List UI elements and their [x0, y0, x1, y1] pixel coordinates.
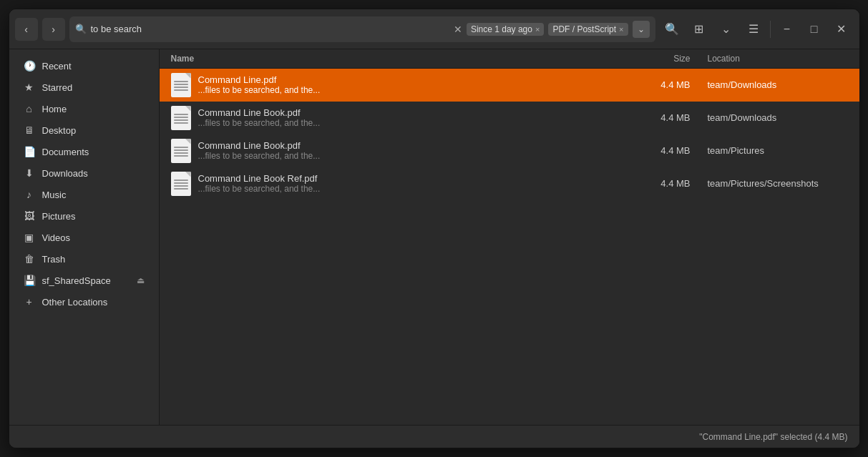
file-name-cell: Command Line Book.pdf...files to be sear…: [171, 139, 633, 163]
sidebar-item-home[interactable]: ⌂Home: [12, 98, 156, 119]
sidebar-label-sf-shared: sf_SharedSpace: [42, 275, 111, 286]
documents-icon: 📄: [24, 146, 35, 157]
desktop-icon: 🖥: [24, 124, 35, 136]
file-size-value: 4.4 MB: [633, 145, 691, 156]
sidebar-label-documents: Documents: [42, 147, 89, 157]
file-size-value: 4.4 MB: [633, 112, 691, 123]
column-size-header: Size: [633, 54, 691, 64]
file-name-cell: Command Line Book Ref.pdf...files to be …: [171, 172, 633, 196]
hamburger-icon: ☰: [748, 22, 759, 36]
file-size-value: 4.4 MB: [633, 178, 691, 189]
close-button[interactable]: ✕: [829, 17, 854, 41]
file-row[interactable]: Command Line Book.pdf...files to be sear…: [160, 134, 859, 167]
sidebar-item-music[interactable]: ♪Music: [12, 184, 156, 205]
downloads-icon: ⬇: [24, 167, 35, 179]
file-snippet-label: ...files to be searched, and the...: [198, 85, 321, 95]
toolbar-divider: [770, 21, 771, 38]
eject-icon[interactable]: ⏏: [137, 275, 145, 285]
sidebar-label-music: Music: [42, 190, 67, 200]
sidebar-label-starred: Starred: [42, 82, 73, 93]
sidebar-label-other: Other Locations: [42, 297, 108, 308]
file-location-value: team/Pictures/Screenshots: [691, 178, 848, 189]
sidebar-item-trash[interactable]: 🗑Trash: [12, 248, 156, 270]
file-size-value: 4.4 MB: [633, 79, 691, 90]
sidebar-item-pictures[interactable]: 🖼Pictures: [12, 205, 156, 227]
file-location-value: team/Downloads: [691, 112, 848, 123]
file-name-text: Command Line.pdf...files to be searched,…: [198, 74, 321, 95]
sidebar-item-other[interactable]: +Other Locations: [12, 291, 156, 313]
file-name-label: Command Line.pdf: [198, 74, 321, 85]
search-toggle-button[interactable]: 🔍: [660, 17, 684, 41]
file-row[interactable]: Command Line Book.pdf...files to be sear…: [160, 102, 859, 134]
file-snippet-label: ...files to be searched, and the...: [198, 118, 321, 128]
pdf-chip-close[interactable]: ×: [619, 25, 623, 34]
file-name-cell: Command Line Book.pdf...files to be sear…: [171, 106, 633, 130]
since-filter-chip: Since 1 day ago ×: [467, 23, 545, 36]
home-icon: ⌂: [24, 103, 35, 114]
sidebar-label-videos: Videos: [42, 232, 71, 243]
file-type-icon: [171, 172, 191, 196]
other-icon: +: [24, 296, 35, 308]
maximize-button[interactable]: □: [802, 17, 826, 41]
chevron-down-icon: ⌄: [721, 22, 731, 36]
column-name-header: Name: [171, 54, 633, 64]
file-location-value: team/Downloads: [691, 79, 848, 90]
file-type-icon: [171, 73, 191, 97]
sidebar-label-recent: Recent: [42, 61, 72, 72]
grid-view-button[interactable]: ⊞: [687, 17, 711, 41]
statusbar: "Command Line.pdf" selected (4.4 MB): [9, 425, 859, 448]
search-bar: 🔍 ✕ Since 1 day ago × PDF / PostScript ×…: [69, 16, 655, 42]
file-row[interactable]: Command Line Book Ref.pdf...files to be …: [160, 167, 859, 200]
back-button[interactable]: ‹: [15, 18, 38, 41]
sidebar-label-desktop: Desktop: [42, 125, 77, 136]
sidebar-item-videos[interactable]: ▣Videos: [12, 227, 156, 248]
sidebar-label-home: Home: [42, 104, 67, 114]
sidebar-item-starred[interactable]: ★Starred: [12, 77, 156, 98]
file-snippet-label: ...files to be searched, and the...: [198, 151, 321, 161]
search-icon: 🔍: [75, 24, 87, 34]
sidebar-item-recent[interactable]: 🕐Recent: [12, 55, 156, 77]
trash-icon: 🗑: [24, 253, 35, 265]
pictures-icon: 🖼: [24, 210, 35, 222]
pdf-chip-label: PDF / PostScript: [552, 24, 616, 34]
file-name-label: Command Line Book.pdf: [198, 140, 321, 151]
sidebar-item-downloads[interactable]: ⬇Downloads: [12, 162, 156, 184]
hamburger-menu-button[interactable]: ☰: [741, 17, 766, 41]
sidebar-item-desktop[interactable]: 🖥Desktop: [12, 119, 156, 141]
search-toggle-icon: 🔍: [665, 22, 679, 36]
sidebar-label-downloads: Downloads: [42, 168, 88, 179]
toolbar-right: 🔍 ⊞ ⌄ ☰ − □ ✕: [660, 17, 854, 41]
starred-icon: ★: [24, 82, 35, 93]
file-list: Command Line.pdf...files to be searched,…: [160, 69, 859, 425]
pdf-filter-chip: PDF / PostScript ×: [548, 23, 628, 36]
toolbar: ‹ › 🔍 ✕ Since 1 day ago × PDF / PostScri…: [9, 9, 859, 49]
file-name-label: Command Line Book.pdf: [198, 107, 321, 118]
view-options-button[interactable]: ⌄: [714, 17, 738, 41]
file-type-icon: [171, 106, 191, 130]
search-input[interactable]: [91, 24, 449, 34]
file-name-text: Command Line Book.pdf...files to be sear…: [198, 107, 321, 128]
sidebar-item-documents[interactable]: 📄Documents: [12, 141, 156, 162]
sidebar-label-pictures: Pictures: [42, 211, 76, 222]
status-text: "Command Line.pdf" selected (4.4 MB): [699, 432, 847, 442]
recent-icon: 🕐: [24, 60, 35, 72]
file-row[interactable]: Command Line.pdf...files to be searched,…: [160, 69, 859, 102]
forward-button[interactable]: ›: [42, 18, 65, 41]
since-chip-label: Since 1 day ago: [471, 24, 532, 34]
file-manager-window: ‹ › 🔍 ✕ Since 1 day ago × PDF / PostScri…: [9, 9, 860, 448]
sidebar: 🕐Recent★Starred⌂Home🖥Desktop📄Documents⬇D…: [9, 49, 160, 425]
clear-search-button[interactable]: ✕: [454, 24, 462, 35]
file-name-text: Command Line Book.pdf...files to be sear…: [198, 140, 321, 161]
file-area: Name Size Location Command Line.pdf...fi…: [160, 49, 859, 425]
minimize-button[interactable]: −: [775, 17, 799, 41]
file-name-cell: Command Line.pdf...files to be searched,…: [171, 73, 633, 97]
main-content: 🕐Recent★Starred⌂Home🖥Desktop📄Documents⬇D…: [9, 49, 859, 425]
sidebar-item-sf-shared[interactable]: 💾sf_SharedSpace⏏: [12, 270, 156, 291]
file-type-icon: [171, 139, 191, 163]
filter-chevron-button[interactable]: ⌄: [633, 21, 650, 38]
grid-view-icon: ⊞: [694, 22, 703, 36]
file-name-text: Command Line Book Ref.pdf...files to be …: [198, 173, 321, 194]
sidebar-label-trash: Trash: [42, 254, 66, 265]
since-chip-close[interactable]: ×: [535, 25, 540, 34]
file-location-value: team/Pictures: [691, 145, 848, 156]
